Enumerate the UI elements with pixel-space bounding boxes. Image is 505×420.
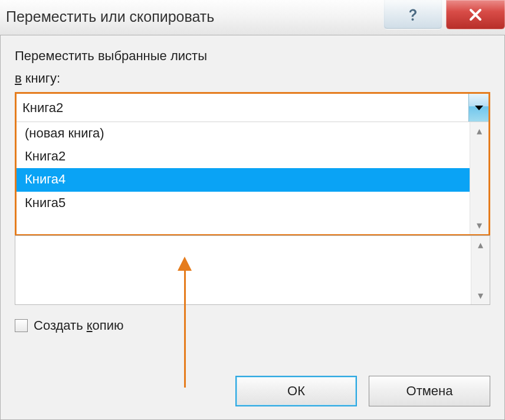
dialog-actions: ОК Отмена (235, 376, 490, 406)
create-copy-row: Создать копию (15, 318, 490, 333)
help-icon (404, 6, 422, 24)
dropdown-item[interactable]: (новая книга) (17, 122, 470, 145)
create-copy-label: Создать копию (34, 318, 124, 333)
sheet-listbox-body (15, 236, 471, 304)
book-label: в книгу: (15, 71, 490, 86)
sheet-listbox[interactable]: ▴ ▾ (15, 235, 490, 305)
titlebar-buttons (380, 0, 505, 29)
close-button[interactable] (446, 0, 505, 29)
dropdown-scrollbar[interactable]: ▴ ▾ (470, 122, 488, 234)
book-label-rest: книгу: (22, 71, 60, 86)
dropdown-item[interactable]: Книга4 (17, 168, 470, 191)
dropdown-item[interactable]: Книга2 (17, 145, 470, 168)
create-copy-checkbox[interactable] (15, 319, 28, 332)
book-combobox-value: Книга2 (17, 94, 468, 122)
dropdown-items: (новая книга)Книга2Книга4Книга5 (17, 122, 470, 234)
chevron-down-icon (475, 106, 483, 110)
scroll-up-icon: ▴ (477, 126, 482, 136)
scroll-down-icon: ▾ (478, 290, 483, 301)
book-combobox[interactable]: Книга2 (17, 94, 488, 122)
cancel-button[interactable]: Отмена (369, 376, 490, 406)
title-bar: Переместить или скопировать (0, 0, 505, 35)
dialog-title: Переместить или скопировать (6, 8, 214, 25)
dropdown-item[interactable]: Книга5 (17, 192, 470, 215)
svg-point-0 (412, 18, 414, 21)
ok-button[interactable]: ОК (235, 376, 357, 406)
help-button[interactable] (383, 0, 442, 29)
dialog-body: Переместить выбранные листы в книгу: Кни… (0, 35, 505, 420)
scroll-down-icon: ▾ (477, 220, 482, 231)
book-select-highlight: Книга2 (новая книга)Книга2Книга4Книга5 ▴… (15, 92, 490, 236)
sheet-listbox-scrollbar[interactable]: ▴ ▾ (471, 236, 490, 304)
instruction-text: Переместить выбранные листы (15, 48, 490, 64)
book-label-accel: в (15, 71, 22, 86)
combobox-dropdown-button[interactable] (468, 94, 488, 122)
scroll-up-icon: ▴ (478, 239, 483, 250)
book-dropdown-list: (новая книга)Книга2Книга4Книга5 ▴ ▾ (17, 122, 488, 234)
close-icon (467, 6, 484, 24)
